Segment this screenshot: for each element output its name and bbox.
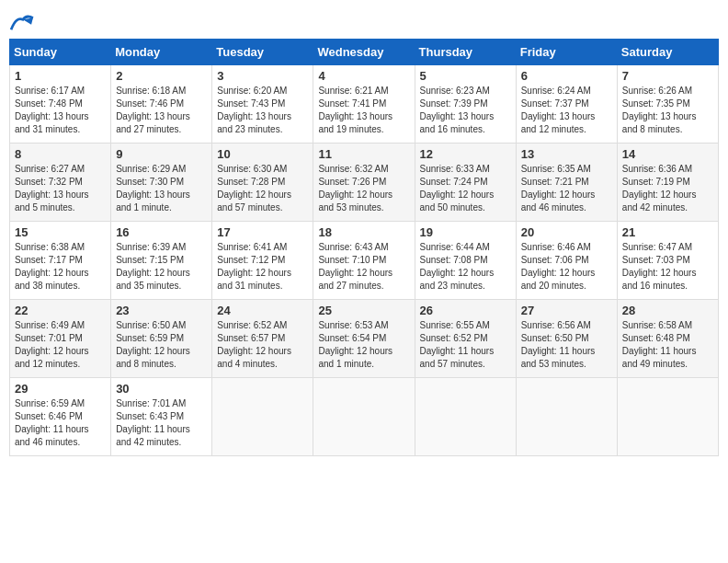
day-number: 5 xyxy=(420,69,511,83)
calendar-cell xyxy=(617,378,718,456)
day-info: Sunrise: 6:46 AMSunset: 7:06 PMDaylight:… xyxy=(521,241,612,293)
day-info: Sunrise: 6:47 AMSunset: 7:03 PMDaylight:… xyxy=(622,241,713,293)
calendar-cell: 15Sunrise: 6:38 AMSunset: 7:17 PMDayligh… xyxy=(10,222,111,300)
calendar-cell: 27Sunrise: 6:56 AMSunset: 6:50 PMDayligh… xyxy=(516,300,617,378)
calendar-cell: 6Sunrise: 6:24 AMSunset: 7:37 PMDaylight… xyxy=(516,65,617,144)
calendar-cell: 11Sunrise: 6:32 AMSunset: 7:26 PMDayligh… xyxy=(313,144,415,222)
day-number: 6 xyxy=(521,69,612,83)
day-info: Sunrise: 6:18 AMSunset: 7:46 PMDaylight:… xyxy=(116,85,207,136)
day-number: 20 xyxy=(521,225,612,239)
day-number: 11 xyxy=(318,147,409,161)
day-number: 24 xyxy=(217,304,308,317)
day-number: 30 xyxy=(116,382,207,396)
calendar-cell: 2Sunrise: 6:18 AMSunset: 7:46 PMDaylight… xyxy=(111,65,212,144)
calendar-cell: 20Sunrise: 6:46 AMSunset: 7:06 PMDayligh… xyxy=(516,222,617,300)
day-info: Sunrise: 6:21 AMSunset: 7:41 PMDaylight:… xyxy=(318,85,409,136)
calendar-cell: 14Sunrise: 6:36 AMSunset: 7:19 PMDayligh… xyxy=(617,144,718,222)
day-info: Sunrise: 6:52 AMSunset: 6:57 PMDaylight:… xyxy=(217,319,308,371)
day-number: 28 xyxy=(622,304,713,317)
calendar-week-row: 15Sunrise: 6:38 AMSunset: 7:17 PMDayligh… xyxy=(10,222,719,300)
day-info: Sunrise: 6:44 AMSunset: 7:08 PMDaylight:… xyxy=(420,241,511,293)
day-number: 8 xyxy=(15,147,106,161)
day-number: 15 xyxy=(15,225,106,239)
day-number: 12 xyxy=(420,147,511,161)
day-number: 22 xyxy=(15,304,106,317)
day-of-week-header: Sunday xyxy=(10,40,111,65)
day-number: 3 xyxy=(217,69,308,83)
calendar-cell: 19Sunrise: 6:44 AMSunset: 7:08 PMDayligh… xyxy=(415,222,516,300)
day-info: Sunrise: 6:43 AMSunset: 7:10 PMDaylight:… xyxy=(318,241,409,293)
day-info: Sunrise: 6:38 AMSunset: 7:17 PMDaylight:… xyxy=(15,241,106,293)
day-number: 19 xyxy=(420,225,511,239)
calendar-week-row: 8Sunrise: 6:27 AMSunset: 7:32 PMDaylight… xyxy=(10,144,719,222)
calendar-cell: 10Sunrise: 6:30 AMSunset: 7:28 PMDayligh… xyxy=(212,144,313,222)
calendar-cell: 24Sunrise: 6:52 AMSunset: 6:57 PMDayligh… xyxy=(212,300,313,378)
calendar-cell: 4Sunrise: 6:21 AMSunset: 7:41 PMDaylight… xyxy=(313,65,415,144)
calendar-cell: 26Sunrise: 6:55 AMSunset: 6:52 PMDayligh… xyxy=(415,300,516,378)
day-info: Sunrise: 6:36 AMSunset: 7:19 PMDaylight:… xyxy=(622,163,713,214)
day-number: 16 xyxy=(116,225,207,239)
calendar-cell: 3Sunrise: 6:20 AMSunset: 7:43 PMDaylight… xyxy=(212,65,313,144)
calendar-cell: 22Sunrise: 6:49 AMSunset: 7:01 PMDayligh… xyxy=(10,300,111,378)
day-info: Sunrise: 6:30 AMSunset: 7:28 PMDaylight:… xyxy=(217,163,308,214)
day-of-week-header: Friday xyxy=(516,40,617,65)
calendar-week-row: 1Sunrise: 6:17 AMSunset: 7:48 PMDaylight… xyxy=(10,65,719,144)
day-of-week-header: Wednesday xyxy=(313,40,415,65)
day-number: 23 xyxy=(116,304,207,317)
day-number: 7 xyxy=(622,69,713,83)
day-info: Sunrise: 6:27 AMSunset: 7:32 PMDaylight:… xyxy=(15,163,106,214)
day-number: 21 xyxy=(622,225,713,239)
day-number: 14 xyxy=(622,147,713,161)
day-info: Sunrise: 6:41 AMSunset: 7:12 PMDaylight:… xyxy=(217,241,308,293)
day-number: 1 xyxy=(15,69,106,83)
calendar-cell: 7Sunrise: 6:26 AMSunset: 7:35 PMDaylight… xyxy=(617,65,718,144)
day-of-week-header: Saturday xyxy=(617,40,718,65)
day-number: 2 xyxy=(116,69,207,83)
calendar-cell: 16Sunrise: 6:39 AMSunset: 7:15 PMDayligh… xyxy=(111,222,212,300)
logo xyxy=(9,13,37,33)
calendar-cell: 30Sunrise: 7:01 AMSunset: 6:43 PMDayligh… xyxy=(111,378,212,456)
day-info: Sunrise: 6:20 AMSunset: 7:43 PMDaylight:… xyxy=(217,85,308,136)
day-info: Sunrise: 6:26 AMSunset: 7:35 PMDaylight:… xyxy=(622,85,713,136)
day-number: 10 xyxy=(217,147,308,161)
day-info: Sunrise: 6:17 AMSunset: 7:48 PMDaylight:… xyxy=(15,85,106,136)
calendar-cell xyxy=(516,378,617,456)
calendar-cell: 1Sunrise: 6:17 AMSunset: 7:48 PMDaylight… xyxy=(10,65,111,144)
calendar-cell xyxy=(212,378,313,456)
calendar-cell: 28Sunrise: 6:58 AMSunset: 6:48 PMDayligh… xyxy=(617,300,718,378)
day-info: Sunrise: 7:01 AMSunset: 6:43 PMDaylight:… xyxy=(116,397,207,449)
day-number: 29 xyxy=(15,382,106,396)
calendar-cell: 17Sunrise: 6:41 AMSunset: 7:12 PMDayligh… xyxy=(212,222,313,300)
calendar-cell: 21Sunrise: 6:47 AMSunset: 7:03 PMDayligh… xyxy=(617,222,718,300)
day-number: 27 xyxy=(521,304,612,317)
day-info: Sunrise: 6:53 AMSunset: 6:54 PMDaylight:… xyxy=(318,319,409,371)
day-info: Sunrise: 6:35 AMSunset: 7:21 PMDaylight:… xyxy=(521,163,612,214)
day-info: Sunrise: 6:24 AMSunset: 7:37 PMDaylight:… xyxy=(521,85,612,136)
day-number: 18 xyxy=(318,225,409,239)
day-info: Sunrise: 6:49 AMSunset: 7:01 PMDaylight:… xyxy=(15,319,106,371)
calendar-week-row: 22Sunrise: 6:49 AMSunset: 7:01 PMDayligh… xyxy=(10,300,719,378)
day-info: Sunrise: 6:32 AMSunset: 7:26 PMDaylight:… xyxy=(318,163,409,214)
day-info: Sunrise: 6:23 AMSunset: 7:39 PMDaylight:… xyxy=(420,85,511,136)
calendar-cell: 18Sunrise: 6:43 AMSunset: 7:10 PMDayligh… xyxy=(313,222,415,300)
day-of-week-header: Thursday xyxy=(415,40,516,65)
calendar-cell: 23Sunrise: 6:50 AMSunset: 6:59 PMDayligh… xyxy=(111,300,212,378)
calendar-cell: 9Sunrise: 6:29 AMSunset: 7:30 PMDaylight… xyxy=(111,144,212,222)
day-info: Sunrise: 6:50 AMSunset: 6:59 PMDaylight:… xyxy=(116,319,207,371)
day-of-week-header: Tuesday xyxy=(212,40,313,65)
calendar-cell: 29Sunrise: 6:59 AMSunset: 6:46 PMDayligh… xyxy=(10,378,111,456)
day-info: Sunrise: 6:56 AMSunset: 6:50 PMDaylight:… xyxy=(521,319,612,371)
day-info: Sunrise: 6:59 AMSunset: 6:46 PMDaylight:… xyxy=(15,397,106,449)
day-number: 9 xyxy=(116,147,207,161)
calendar-table: SundayMondayTuesdayWednesdayThursdayFrid… xyxy=(9,39,719,456)
day-number: 13 xyxy=(521,147,612,161)
calendar-cell xyxy=(313,378,415,456)
calendar-cell xyxy=(415,378,516,456)
day-info: Sunrise: 6:39 AMSunset: 7:15 PMDaylight:… xyxy=(116,241,207,293)
day-of-week-header: Monday xyxy=(111,40,212,65)
day-info: Sunrise: 6:29 AMSunset: 7:30 PMDaylight:… xyxy=(116,163,207,214)
day-info: Sunrise: 6:33 AMSunset: 7:24 PMDaylight:… xyxy=(420,163,511,214)
day-number: 17 xyxy=(217,225,308,239)
calendar-cell: 25Sunrise: 6:53 AMSunset: 6:54 PMDayligh… xyxy=(313,300,415,378)
calendar-cell: 12Sunrise: 6:33 AMSunset: 7:24 PMDayligh… xyxy=(415,144,516,222)
